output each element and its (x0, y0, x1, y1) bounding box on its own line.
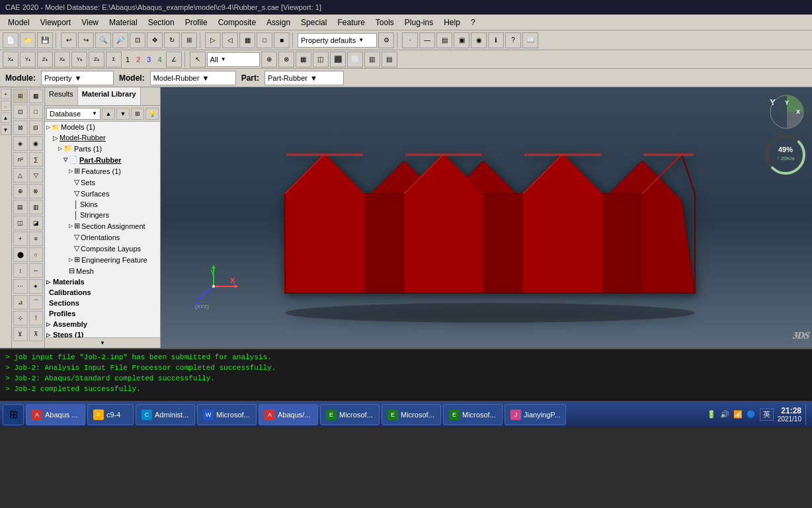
icon-btn-17[interactable]: ◫ (13, 216, 28, 230)
icon-btn-6[interactable]: ⊟ (29, 120, 44, 135)
module-select[interactable]: Property ▼ (41, 71, 114, 85)
vtb-2[interactable]: - (1, 101, 11, 111)
taskbar-item-excel3[interactable]: E Microsof... (443, 404, 503, 425)
menu-profile[interactable]: Profile (180, 17, 213, 28)
rotate-button[interactable]: ↻ (164, 32, 180, 48)
icon-btn-8[interactable]: ◉ (29, 136, 44, 151)
icon-btn-4[interactable]: □ (29, 105, 44, 119)
wire-btn[interactable]: □ (257, 32, 272, 48)
shading-btn[interactable]: ▦ (239, 32, 255, 48)
menu-question[interactable]: ? (466, 17, 481, 28)
database-dropdown[interactable]: Database ▼ (46, 108, 101, 120)
coord-btn7[interactable]: Σ (106, 52, 122, 67)
help-btn[interactable]: 📖 (522, 32, 538, 48)
render3-btn[interactable]: ▥ (364, 52, 380, 67)
icon-btn-23[interactable]: ↕ (13, 263, 28, 278)
tree-calibrations[interactable]: Calibrations (45, 287, 160, 298)
tree-sets[interactable]: ▽ Sets (45, 177, 160, 188)
menu-material[interactable]: Material (104, 17, 143, 28)
tree-model-rubber[interactable]: ▷ Model-Rubber (45, 132, 160, 143)
taskbar-show-desktop[interactable] (805, 404, 809, 425)
tree-parts[interactable]: ▷ 📁 Parts (1) (45, 143, 160, 154)
menu-section[interactable]: Section (143, 17, 180, 28)
icon-btn-15[interactable]: ▤ (13, 200, 28, 214)
icon-btn-31[interactable]: ⊻ (13, 327, 28, 341)
icon-btn-3[interactable]: ⊡ (13, 105, 28, 119)
tree-engineering-feature[interactable]: ▷ ⊞ Engineering Feature (45, 254, 160, 265)
icon-btn-2[interactable]: ▦ (29, 89, 44, 103)
all-dropdown[interactable]: All ▼ (207, 52, 260, 67)
vtb-3[interactable]: ▲ (1, 112, 11, 123)
icon-btn-7[interactable]: ◈ (13, 136, 28, 151)
viewport[interactable]: Y Y X 49% ↑ 20K/s (161, 87, 812, 348)
icon-btn-9[interactable]: n² (13, 152, 28, 167)
tree-skins[interactable]: │ Skins (45, 199, 160, 210)
menu-assign[interactable]: Assign (261, 17, 296, 28)
taskbar-item-excel1[interactable]: E Microsof... (320, 404, 380, 425)
query-btn[interactable]: ? (505, 32, 521, 48)
snap-btn[interactable]: ⊕ (261, 52, 277, 67)
start-button[interactable]: ⊞ (3, 404, 24, 425)
tree-part-rubber[interactable]: ▽ 📄 Part-Rubber (45, 154, 160, 165)
menu-help[interactable]: Help (438, 17, 466, 28)
tree-models[interactable]: ▷ 📁 Models (1) (45, 122, 160, 132)
sidebar-help-btn[interactable]: 💡 (145, 108, 159, 120)
vtb-1[interactable]: + (1, 89, 11, 99)
face-btn[interactable]: ▤ (436, 32, 452, 48)
tree-section-assignment[interactable]: ▷ ⊞ Section Assignment (45, 220, 160, 232)
coord-btn4[interactable]: X₂ (54, 52, 70, 67)
node-btn[interactable]: · (402, 32, 418, 48)
part-select[interactable]: Part-Rubber ▼ (264, 71, 344, 85)
coord-btn6[interactable]: Z₂ (89, 52, 104, 67)
icon-btn-25[interactable]: ⋯ (13, 279, 28, 294)
edge-btn[interactable]: — (419, 32, 435, 48)
icon-btn-21[interactable]: ⬤ (13, 247, 28, 262)
snap2-btn[interactable]: ⊗ (278, 52, 294, 67)
tree-composite-layups[interactable]: ▽ Composite Layups (45, 243, 160, 254)
taskbar-item-c94[interactable]: F c9-4 (87, 404, 134, 425)
redo-button[interactable]: ↪ (78, 32, 94, 48)
icon-btn-24[interactable]: ↔ (29, 263, 44, 278)
zoom-out-button[interactable]: 🔎 (112, 32, 128, 48)
new-button[interactable]: 📄 (3, 32, 19, 48)
mesh-btn[interactable]: ▦ (296, 52, 311, 67)
render4-btn[interactable]: ▤ (382, 52, 397, 67)
menu-viewport[interactable]: Viewport (35, 17, 76, 28)
icon-btn-14[interactable]: ⊗ (29, 184, 44, 198)
model-select[interactable]: Model-Rubber ▼ (150, 71, 236, 85)
render2-btn[interactable]: ⬜ (347, 52, 363, 67)
tree-stringers[interactable]: │ Stringers (45, 210, 160, 220)
icon-btn-28[interactable]: ⌒ (29, 295, 44, 310)
property-defaults-dropdown[interactable]: Property defaults ▼ (298, 33, 377, 48)
cell-btn[interactable]: ▣ (454, 32, 469, 48)
taskbar-item-admin[interactable]: C Administ... (136, 404, 195, 425)
icon-btn-27[interactable]: ⊿ (13, 295, 28, 310)
icon-btn-26[interactable]: ✦ (29, 279, 44, 294)
menu-plugins[interactable]: Plug-ins (399, 17, 438, 28)
save-button[interactable]: 💾 (37, 32, 53, 48)
menu-view[interactable]: View (76, 17, 104, 28)
coord-btn2[interactable]: Y₁ (20, 52, 36, 67)
icon-btn-5[interactable]: ⊠ (13, 120, 28, 135)
taskbar-item-word[interactable]: W Microsof... (197, 404, 257, 425)
tree-sections[interactable]: Sections (45, 298, 160, 308)
select-btn[interactable]: ▷ (205, 32, 221, 48)
fit-button[interactable]: ⊞ (181, 32, 197, 48)
coord-btn1[interactable]: X₁ (3, 52, 19, 67)
icon-btn-19[interactable]: + (13, 232, 28, 246)
tree-mesh[interactable]: ⊟ Mesh (45, 265, 160, 276)
menu-composite[interactable]: Composite (213, 17, 261, 28)
sidebar-up-btn[interactable]: ▲ (102, 108, 115, 120)
menu-model[interactable]: Model (3, 17, 35, 28)
vtb-4[interactable]: ▼ (1, 124, 11, 135)
cursor-btn[interactable]: ↖ (190, 52, 206, 67)
sidebar-options-btn[interactable]: ⊞ (131, 108, 144, 120)
tree-assembly[interactable]: ▷ Assembly (45, 319, 160, 329)
taskbar-item-jianying[interactable]: J JianyingP... (505, 404, 566, 425)
hidden-btn[interactable]: ■ (274, 32, 290, 48)
tab-material-library[interactable]: Material Library (78, 87, 141, 105)
mesh2-btn[interactable]: ◫ (313, 52, 329, 67)
taskbar-item-excel2[interactable]: E Microsof... (382, 404, 441, 425)
body-btn[interactable]: ◉ (471, 32, 487, 48)
taskbar-lang[interactable]: 英 (760, 408, 774, 421)
